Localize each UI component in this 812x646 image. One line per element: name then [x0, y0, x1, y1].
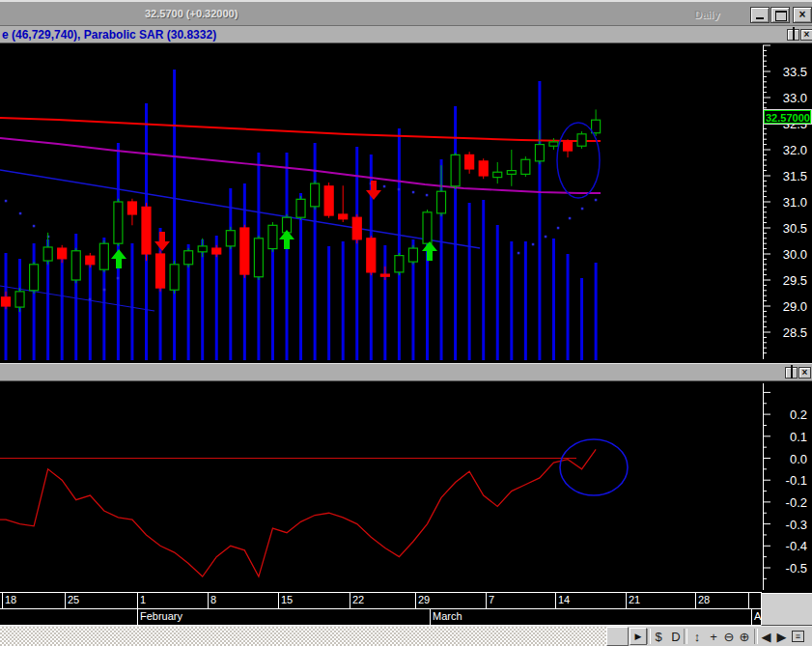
candle-up[interactable]: [451, 154, 460, 185]
oscillator-axis-label: -0.5: [786, 561, 807, 576]
candle-up[interactable]: [493, 172, 502, 177]
oscillator-canvas[interactable]: 0.20.10.0-0.1-0.2-0.3-0.4-0.5: [0, 381, 812, 593]
candle-up[interactable]: [507, 171, 516, 175]
week-label: 22: [352, 594, 364, 605]
week-label: 28: [698, 594, 710, 605]
candle-up[interactable]: [114, 202, 123, 243]
candle-up[interactable]: [577, 134, 586, 146]
candle-up[interactable]: [226, 231, 235, 246]
candle-up[interactable]: [30, 265, 39, 291]
maximize-icon: [775, 11, 787, 21]
title-bar[interactable]: 32.5700 (+0.32000) Daily ×: [0, 0, 812, 26]
candle-up[interactable]: [43, 247, 52, 261]
month-label: February: [140, 610, 182, 622]
panel-splitter[interactable]: ×: [0, 363, 812, 381]
candle-up[interactable]: [254, 239, 263, 277]
update-data-button[interactable]: $: [651, 628, 666, 646]
oscillator-axis-label: -0.3: [786, 518, 807, 532]
candle-down[interactable]: [564, 142, 573, 151]
oscillator-panel[interactable]: 0.20.10.0-0.1-0.2-0.3-0.4-0.5: [0, 381, 812, 593]
candle-down[interactable]: [465, 154, 474, 169]
axis-corner: [761, 593, 812, 626]
candle-down[interactable]: [367, 239, 376, 272]
scrollbar-thumb[interactable]: [606, 627, 629, 646]
scroll-left-button[interactable]: ◀: [759, 628, 773, 646]
toolbar-separator: [684, 629, 687, 644]
date-axis-border: [0, 592, 762, 593]
week-tick: [137, 593, 138, 608]
candle-up[interactable]: [395, 256, 404, 272]
candle-up[interactable]: [296, 199, 305, 217]
candle-up[interactable]: [535, 145, 544, 161]
candle-up[interactable]: [521, 159, 530, 174]
vcr-play-button[interactable]: ▶: [630, 628, 647, 645]
parabolic-sar-dot: [33, 225, 36, 228]
oscillator-axis-label: -0.2: [786, 495, 807, 510]
minimize-button[interactable]: [750, 7, 770, 23]
week-label: 21: [629, 594, 640, 605]
maximize-button[interactable]: [770, 7, 790, 23]
data-window-button[interactable]: ≡: [792, 631, 804, 642]
date-axis-border: [0, 608, 762, 609]
parabolic-sar-dot: [426, 194, 429, 197]
candle-down[interactable]: [380, 274, 389, 276]
week-label: 7: [489, 594, 494, 605]
oscillator-axis-label: -0.1: [786, 473, 807, 488]
date-axis: 1825181522297142128FebruaryMarchA: [0, 592, 762, 626]
candle-up[interactable]: [549, 142, 558, 146]
candle-up[interactable]: [99, 243, 108, 269]
month-tick: [430, 609, 431, 625]
close-indicator-button[interactable]: ×: [798, 367, 811, 379]
week-label: 25: [68, 594, 79, 605]
candle-down[interactable]: [2, 297, 11, 306]
close-chart-button[interactable]: ×: [800, 29, 812, 41]
month-tick: [137, 609, 138, 625]
candle-down[interactable]: [324, 186, 333, 215]
candle-up[interactable]: [71, 251, 80, 280]
week-tick: [486, 593, 487, 608]
restore-indicator-button[interactable]: [785, 367, 798, 379]
candle-up[interactable]: [170, 265, 179, 290]
parabolic-sar-dot: [545, 236, 547, 239]
candle-up[interactable]: [268, 225, 277, 248]
price-chart-canvas[interactable]: 33.533.032.532.031.531.030.530.029.529.0…: [0, 43, 812, 363]
candle-down[interactable]: [58, 248, 67, 259]
price-chart-panel[interactable]: 33.533.032.532.031.531.030.530.029.529.0…: [0, 43, 812, 363]
restore-chart-button[interactable]: [787, 29, 799, 41]
candle-up[interactable]: [437, 191, 446, 213]
candle-down[interactable]: [142, 207, 151, 254]
restore-icon: [793, 27, 795, 41]
parabolic-sar-dot: [383, 185, 386, 188]
last-price-tag: 32.57000: [766, 112, 810, 124]
fit-y-scale-button[interactable]: ↕: [689, 628, 705, 646]
candle-down[interactable]: [352, 217, 361, 239]
candle-down[interactable]: [127, 202, 136, 214]
candle-down[interactable]: [339, 214, 348, 219]
candle-up[interactable]: [311, 183, 320, 207]
candle-down[interactable]: [212, 248, 221, 254]
horizontal-scrollbar-track[interactable]: [0, 627, 606, 646]
candle-down[interactable]: [86, 256, 95, 265]
indicator-header: e (46,729,740), Parabolic SAR (30.8332) …: [0, 26, 812, 43]
zoom-out-button[interactable]: ⊖: [721, 628, 737, 646]
candle-down[interactable]: [479, 161, 488, 176]
month-tick: [751, 609, 752, 625]
candle-down[interactable]: [240, 228, 249, 274]
week-label: 8: [210, 594, 216, 605]
week-label: 15: [281, 594, 293, 605]
pan-tool-button[interactable]: +: [706, 628, 721, 646]
zoom-in-button[interactable]: ⊕: [737, 628, 752, 646]
close-button[interactable]: ×: [793, 7, 812, 23]
candle-up[interactable]: [184, 251, 193, 265]
candle-down[interactable]: [156, 254, 165, 288]
parabolic-sar-dot: [117, 277, 120, 280]
periodicity-daily-button[interactable]: D: [668, 628, 684, 646]
oscillator-axis-label: -0.4: [786, 539, 807, 553]
candle-up[interactable]: [408, 248, 417, 262]
scroll-right-button[interactable]: ▶: [774, 628, 789, 646]
candle-up[interactable]: [592, 120, 601, 133]
candle-up[interactable]: [198, 246, 207, 252]
price-axis-label: 28.5: [783, 325, 807, 340]
candle-up[interactable]: [423, 212, 432, 243]
candle-up[interactable]: [15, 292, 24, 307]
